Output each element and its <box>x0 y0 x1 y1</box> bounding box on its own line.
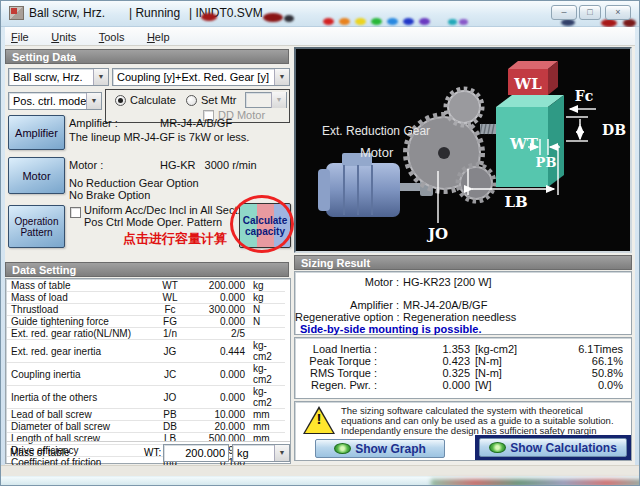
result-cell: Regen. Pwr. : <box>295 379 377 391</box>
warning-bang: ! <box>299 410 339 427</box>
selection-summary: Motor : HG-KR23 [200 W] Amplifier : MR-J… <box>294 271 632 335</box>
motor-button[interactable]: Motor <box>8 157 65 194</box>
sizing-result-header: Sizing Result <box>294 255 632 270</box>
table-row[interactable]: Inertia of the othersJO0.000kg-cm2 <box>7 386 285 409</box>
minimize-button[interactable]: – <box>551 5 577 20</box>
amplifier-button[interactable]: Amplifier <box>8 115 65 150</box>
menu-help[interactable]: Help <box>138 29 179 48</box>
table-cell: Ext. red. gear inertia <box>7 346 147 357</box>
amplifier-label: Amplifier : <box>69 117 118 129</box>
eye-icon <box>334 443 351 454</box>
table-row[interactable]: Ext. red. gear ratio(NL/NM)1/n2/5 <box>7 328 285 340</box>
motor-model-select: ▼ <box>245 92 287 108</box>
table-row[interactable]: Guide tightening forceFG0.000N <box>7 316 285 328</box>
window-border-left <box>1 27 5 475</box>
calculate-radio[interactable] <box>115 95 126 106</box>
coupling-select[interactable]: Coupling [y]+Ext. Red. Gear [y] ▼ <box>112 68 290 86</box>
control-mode-select[interactable]: Pos. ctrl. mode ▼ <box>8 92 102 110</box>
amplifier-value: MR-J4-A/B/GF <box>160 117 232 129</box>
table-row[interactable]: Lead of ball screwPB10.000mm <box>7 409 285 421</box>
table-cell: 2/5 <box>193 328 245 339</box>
table-cell: 0.000 <box>193 292 245 303</box>
close-button[interactable]: × <box>605 5 631 20</box>
table-cell: 1/n <box>147 328 193 339</box>
wallpaper-dot <box>387 18 398 25</box>
table-cell: kg <box>245 280 283 291</box>
table-cell: Mass of table <box>7 280 147 291</box>
motor-note-2: No Brake Option <box>69 189 150 201</box>
unit-select[interactable]: kg ▼ <box>232 444 290 462</box>
result-cell: [N-m] <box>470 367 562 379</box>
table-cell: Ext. red. gear ratio(NL/NM) <box>7 328 147 339</box>
operation-pattern-button[interactable]: Operation Pattern <box>8 205 65 248</box>
wallpaper-dot <box>403 18 414 25</box>
wallpaper-dot <box>623 19 636 27</box>
result-cell: 0.325 <box>377 367 470 379</box>
table-cell: N <box>245 316 283 327</box>
show-graph-button[interactable]: Show Graph <box>315 439 445 458</box>
calc-hint-text: 点击进行容量计算 <box>123 230 227 248</box>
wallpaper-dot <box>561 19 575 26</box>
table-cell: Coupling inertia <box>7 369 147 380</box>
result-cell: Peak Torque : <box>295 355 377 367</box>
maximize-button[interactable]: □ <box>579 5 601 20</box>
calculate-radio-label: Calculate <box>130 94 176 106</box>
machine-diagram-frame: WL WT Fc DB PB LB JO Ext. Reduction Gear… <box>294 47 632 253</box>
menu-tools[interactable]: Tools <box>90 29 134 48</box>
result-regen-label: Regenerative option : <box>295 311 399 323</box>
table-row[interactable]: ThrustloadFc300.000N <box>7 304 285 316</box>
lb-label: LB <box>504 193 527 211</box>
uniform-accdec-checkbox[interactable] <box>70 207 81 218</box>
table-cell: mm <box>245 421 283 432</box>
table-cell: WT <box>147 280 193 291</box>
mass-of-table-input[interactable] <box>163 444 229 462</box>
show-calculations-button[interactable]: Show Calculations <box>479 438 627 457</box>
table-cell: kg <box>245 292 283 303</box>
table-row[interactable]: Diameter of ball screwDB20.000mm <box>7 421 285 433</box>
wallpaper-dot <box>284 15 294 22</box>
wallpaper-dot <box>448 19 457 25</box>
result-cell: 66.1% <box>562 355 631 367</box>
set-mtr-radio[interactable] <box>186 95 197 106</box>
motor-value: HG-KR 3000 r/min <box>160 159 257 171</box>
table-row[interactable]: Ext. red. gear inertiaJG0.444kg-cm2 <box>7 340 285 363</box>
table-cell: Diameter of ball screw <box>7 421 147 432</box>
result-cell: 0.000 <box>377 379 470 391</box>
wl-label: WL <box>513 75 542 93</box>
dropdown-arrow-icon: ▼ <box>274 445 289 461</box>
table-cell: JC <box>147 369 193 380</box>
ext-gear-label: Ext. Reduction Gear <box>322 124 430 138</box>
menu-file[interactable]: File <box>2 29 38 48</box>
result-motor-value: HG-KR23 [200 W] <box>403 276 492 288</box>
calculate-capacity-button[interactable]: Calculate capacity <box>239 203 291 248</box>
table-cell: 0.444 <box>193 346 245 357</box>
mounting-note: Side-by-side mounting is possible. <box>300 323 482 335</box>
menu-bar: File Units Tools Help <box>2 27 640 46</box>
mechanism-select[interactable]: Ball scrw, Hrz. ▼ <box>8 68 109 86</box>
wallpaper-dot <box>459 19 468 25</box>
menu-units[interactable]: Units <box>42 29 85 48</box>
result-cell: Load Inertia : <box>295 343 377 355</box>
result-cell: 50.8% <box>562 367 631 379</box>
table-cell: kg-cm2 <box>245 340 283 362</box>
table-row[interactable]: Mass of tableWT200.000kg <box>7 280 285 292</box>
motor-caption: Motor <box>360 145 394 160</box>
table-cell: Inertia of the others <box>7 392 147 403</box>
maximize-icon: □ <box>587 7 592 17</box>
table-cell: JO <box>147 392 193 403</box>
table-row[interactable]: Coupling inertiaJC0.000kg-cm2 <box>7 363 285 386</box>
table-cell: kg-cm2 <box>245 386 283 408</box>
amplifier-note: The lineup MR-J4-GF is 7kW or less. <box>69 131 249 143</box>
table-row[interactable]: Mass of loadWL0.000kg <box>7 292 285 304</box>
app-icon <box>9 6 24 20</box>
dropdown-arrow-icon: ▼ <box>93 69 108 85</box>
table-cell: DB <box>147 421 193 432</box>
result-cell: 1.353 <box>377 343 470 355</box>
wallpaper-blur <box>431 479 640 486</box>
motor-note-1: No Reduction Gear Option <box>69 177 199 189</box>
wt-label: WT <box>509 135 539 153</box>
table-cell: 300.000 <box>193 304 245 315</box>
wallpaper-dot <box>339 18 350 25</box>
window-title: Ball scrw, Hrz. <box>29 6 105 20</box>
result-amplifier-value: MR-J4-20A/B/GF <box>403 299 487 311</box>
